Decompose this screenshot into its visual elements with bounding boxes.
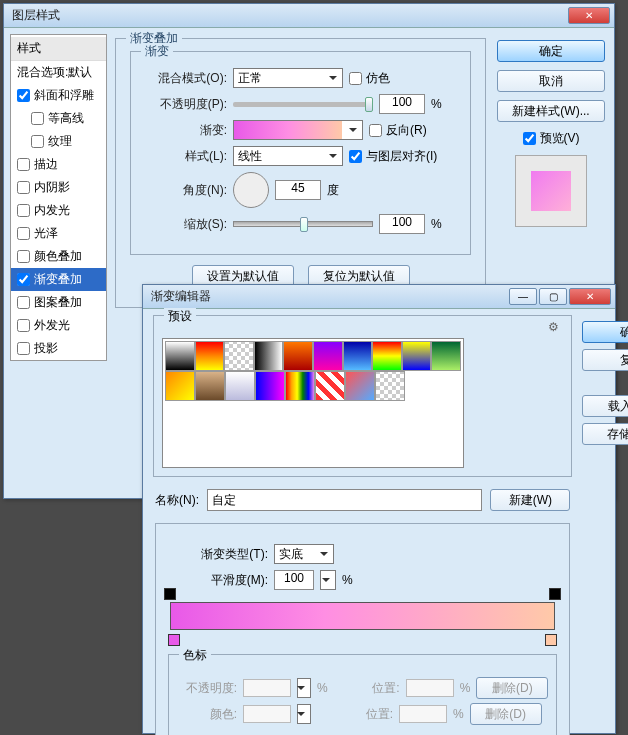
grad-type-select[interactable]: 实底 bbox=[274, 544, 334, 564]
maximize-icon[interactable]: ▢ bbox=[539, 288, 567, 305]
preset-swatch[interactable] bbox=[225, 371, 255, 401]
preset-swatch[interactable] bbox=[255, 371, 285, 401]
ge-save-button[interactable]: 存储(S)... bbox=[582, 423, 628, 445]
reverse-checkbox[interactable] bbox=[369, 124, 382, 137]
style-select[interactable]: 线性 bbox=[233, 146, 343, 166]
blend-options-item[interactable]: 混合选项:默认 bbox=[11, 61, 106, 84]
color-stop-right[interactable] bbox=[545, 634, 557, 646]
style-check-outer-glow[interactable] bbox=[17, 319, 30, 332]
ge-titlebar[interactable]: 渐变编辑器 — ▢ ✕ bbox=[143, 285, 615, 309]
cancel-button[interactable]: 取消 bbox=[497, 70, 605, 92]
dither-checkbox[interactable] bbox=[349, 72, 362, 85]
style-item-drop-shadow[interactable]: 投影 bbox=[11, 337, 106, 360]
style-item-texture[interactable]: 纹理 bbox=[11, 130, 106, 153]
preset-swatch[interactable] bbox=[402, 341, 432, 371]
opacity-value[interactable]: 100 bbox=[379, 94, 425, 114]
preset-swatch[interactable] bbox=[195, 371, 225, 401]
style-check-color-overlay[interactable] bbox=[17, 250, 30, 263]
preset-swatch[interactable] bbox=[165, 341, 195, 371]
style-check-satin[interactable] bbox=[17, 227, 30, 240]
smoothness-label: 平滑度(M): bbox=[166, 572, 268, 589]
delete-opacity-stop-button[interactable]: 删除(D) bbox=[476, 677, 548, 699]
preset-swatch[interactable] bbox=[165, 371, 195, 401]
style-check-drop-shadow[interactable] bbox=[17, 342, 30, 355]
scale-value[interactable]: 100 bbox=[379, 214, 425, 234]
angle-dial[interactable] bbox=[233, 172, 269, 208]
style-item-inner-glow[interactable]: 内发光 bbox=[11, 199, 106, 222]
style-item-pattern-overlay[interactable]: 图案叠加 bbox=[11, 291, 106, 314]
smoothness-menu[interactable] bbox=[320, 570, 336, 590]
new-button[interactable]: 新建(W) bbox=[490, 489, 570, 511]
stop-opacity-menu[interactable] bbox=[297, 678, 311, 698]
style-check-texture[interactable] bbox=[31, 135, 44, 148]
style-item-stroke[interactable]: 描边 bbox=[11, 153, 106, 176]
align-label: 与图层对齐(I) bbox=[366, 148, 437, 165]
style-check-contour[interactable] bbox=[31, 112, 44, 125]
preset-swatch[interactable] bbox=[285, 371, 315, 401]
preview-checkbox[interactable] bbox=[523, 132, 536, 145]
style-list-header[interactable]: 样式 bbox=[11, 37, 106, 61]
stop-opacity-input[interactable] bbox=[243, 679, 291, 697]
presets-group: 预设 ⚙ bbox=[153, 315, 572, 477]
scale-slider[interactable] bbox=[233, 221, 373, 227]
style-item-bevel[interactable]: 斜面和浮雕 bbox=[11, 84, 106, 107]
preset-swatch[interactable] bbox=[345, 371, 375, 401]
stop-pos2-input[interactable] bbox=[399, 705, 447, 723]
blend-mode-select[interactable]: 正常 bbox=[233, 68, 343, 88]
gradient-picker[interactable] bbox=[233, 120, 363, 140]
smoothness-value[interactable]: 100 bbox=[274, 570, 314, 590]
style-check-stroke[interactable] bbox=[17, 158, 30, 171]
style-item-gradient-overlay[interactable]: 渐变叠加 bbox=[11, 268, 106, 291]
style-item-color-overlay[interactable]: 颜色叠加 bbox=[11, 245, 106, 268]
style-item-inner-shadow[interactable]: 内阴影 bbox=[11, 176, 106, 199]
style-list: 样式 混合选项:默认 斜面和浮雕 等高线 纹理 描边 内阴影 内发光 光泽 颜色… bbox=[10, 34, 107, 361]
titlebar[interactable]: 图层样式 ✕ bbox=[4, 4, 614, 28]
opacity-stop-left[interactable] bbox=[164, 588, 176, 600]
ok-button[interactable]: 确定 bbox=[497, 40, 605, 62]
ge-reset-button[interactable]: 复位 bbox=[582, 349, 628, 371]
preset-swatch[interactable] bbox=[313, 341, 343, 371]
preset-swatch[interactable] bbox=[375, 371, 405, 401]
color-stop-left[interactable] bbox=[168, 634, 180, 646]
align-checkbox[interactable] bbox=[349, 150, 362, 163]
gear-icon[interactable]: ⚙ bbox=[548, 320, 559, 334]
preset-swatch[interactable] bbox=[343, 341, 373, 371]
stop-pos-input[interactable] bbox=[406, 679, 454, 697]
stop-pos-label: 位置: bbox=[360, 680, 400, 697]
style-item-satin[interactable]: 光泽 bbox=[11, 222, 106, 245]
delete-color-stop-button[interactable]: 删除(D) bbox=[470, 703, 542, 725]
opacity-slider[interactable] bbox=[233, 102, 373, 107]
style-check-gradient-overlay[interactable] bbox=[17, 273, 30, 286]
minimize-icon[interactable]: — bbox=[509, 288, 537, 305]
preview-label: 预览(V) bbox=[540, 130, 580, 147]
name-label: 名称(N): bbox=[155, 492, 199, 509]
style-check-pattern-overlay[interactable] bbox=[17, 296, 30, 309]
ge-close-icon[interactable]: ✕ bbox=[569, 288, 611, 305]
angle-value[interactable]: 45 bbox=[275, 180, 321, 200]
preset-swatch[interactable] bbox=[224, 341, 254, 371]
ge-right-column: 确定 复位 载入(L)... 存储(S)... bbox=[582, 315, 628, 735]
ge-ok-button[interactable]: 确定 bbox=[582, 321, 628, 343]
name-input[interactable] bbox=[207, 489, 482, 511]
blend-mode-label: 混合模式(O): bbox=[141, 70, 227, 87]
preset-swatch[interactable] bbox=[195, 341, 225, 371]
stop-color-input[interactable] bbox=[243, 705, 291, 723]
style-check-bevel[interactable] bbox=[17, 89, 30, 102]
preset-swatch[interactable] bbox=[283, 341, 313, 371]
preset-swatch[interactable] bbox=[315, 371, 345, 401]
new-style-button[interactable]: 新建样式(W)... bbox=[497, 100, 605, 122]
preset-swatch[interactable] bbox=[254, 341, 284, 371]
grad-type-label: 渐变类型(T): bbox=[166, 546, 268, 563]
ge-load-button[interactable]: 载入(L)... bbox=[582, 395, 628, 417]
style-check-inner-glow[interactable] bbox=[17, 204, 30, 217]
style-item-outer-glow[interactable]: 外发光 bbox=[11, 314, 106, 337]
preset-swatch[interactable] bbox=[431, 341, 461, 371]
style-item-contour[interactable]: 等高线 bbox=[11, 107, 106, 130]
preset-swatch[interactable] bbox=[372, 341, 402, 371]
close-icon[interactable]: ✕ bbox=[568, 7, 610, 24]
stop-color-menu[interactable] bbox=[297, 704, 311, 724]
gradient-bar[interactable] bbox=[170, 602, 555, 630]
presets-grid bbox=[162, 338, 464, 468]
opacity-stop-right[interactable] bbox=[549, 588, 561, 600]
style-check-inner-shadow[interactable] bbox=[17, 181, 30, 194]
